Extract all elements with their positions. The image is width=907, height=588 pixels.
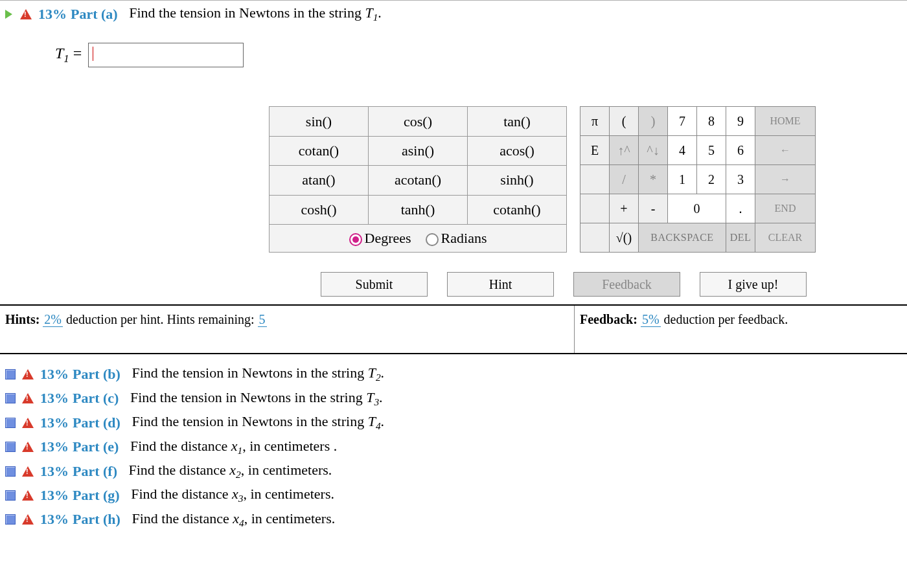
key-blank3	[580, 223, 610, 253]
part-row[interactable]: 13% Part (e) Find the distance x1, in ce…	[5, 435, 902, 459]
part-percent: 13%	[40, 511, 69, 528]
part-percent: 13%	[40, 414, 69, 431]
part-a-header: 13% Part (a) Find the tension in Newtons…	[0, 3, 907, 23]
key-6[interactable]: 6	[726, 136, 755, 165]
part-percent: 13%	[40, 463, 69, 480]
part-row[interactable]: 13% Part (h) Find the distance x4, in ce…	[5, 508, 902, 532]
part-percent: 13%	[40, 390, 69, 407]
key-5[interactable]: 5	[697, 136, 726, 165]
collapse-icon[interactable]	[5, 466, 16, 477]
key-up-left[interactable]: ↑^	[610, 136, 639, 165]
fn-cotanh[interactable]: cotanh()	[468, 195, 567, 224]
hints-info: Hints: 2% deduction per hint. Hints rema…	[0, 306, 575, 353]
answer-variable: T1 =	[55, 45, 82, 65]
key-dot[interactable]: .	[726, 194, 755, 223]
key-home[interactable]: HOME	[755, 107, 816, 136]
part-question: Find the tension in Newtons in the strin…	[130, 389, 383, 408]
fn-cos[interactable]: cos()	[369, 107, 468, 136]
fn-asin[interactable]: asin()	[369, 136, 468, 165]
fn-sin[interactable]: sin()	[270, 107, 369, 136]
part-question: Find the tension in Newtons in the strin…	[132, 413, 384, 432]
part-question: Find the distance x1, in centimeters .	[130, 438, 337, 457]
collapse-icon[interactable]	[5, 369, 16, 379]
key-end[interactable]: END	[755, 194, 816, 223]
warning-icon	[22, 514, 34, 525]
angle-mode-row: Degrees Radians	[270, 224, 567, 252]
other-parts-list: 13% Part (b) Find the tension in Newtons…	[0, 354, 907, 545]
hint-button[interactable]: Hint	[447, 272, 554, 297]
key-3[interactable]: 3	[726, 165, 755, 194]
key-clear[interactable]: CLEAR	[755, 223, 816, 253]
part-row[interactable]: 13% Part (d) Find the tension in Newtons…	[5, 411, 902, 435]
feedback-info: Feedback: 5% deduction per feedback.	[575, 306, 907, 353]
collapse-icon[interactable]	[5, 418, 16, 428]
key-7[interactable]: 7	[668, 107, 697, 136]
part-label: Part (g)	[73, 487, 120, 504]
key-del[interactable]: DEL	[726, 223, 755, 253]
part-row[interactable]: 13% Part (c) Find the tension in Newtons…	[5, 387, 902, 411]
key-pi[interactable]: π	[580, 107, 610, 136]
part-question: Find the tension in Newtons in the strin…	[132, 365, 384, 383]
key-backspace[interactable]: BACKSPACE	[639, 223, 726, 253]
warning-icon	[22, 369, 34, 379]
fn-tan[interactable]: tan()	[468, 107, 567, 136]
collapse-icon[interactable]	[5, 442, 16, 452]
part-percent: 13%	[40, 438, 69, 455]
fn-atan[interactable]: atan()	[270, 166, 369, 195]
key-star[interactable]: *	[639, 165, 668, 194]
key-left[interactable]: ←	[755, 136, 816, 165]
collapse-icon[interactable]	[5, 490, 16, 501]
key-0[interactable]: 0	[668, 194, 726, 223]
key-lparen[interactable]: (	[610, 107, 639, 136]
number-pad: π ( ) 7 8 9 HOME E ↑^ ^↓ 4 5 6 ← / * 1 2…	[580, 106, 816, 253]
expand-icon[interactable]	[5, 10, 12, 19]
part-row[interactable]: 13% Part (b) Find the tension in Newtons…	[5, 362, 902, 386]
answer-line: T1 =	[55, 43, 907, 67]
key-up-right[interactable]: ^↓	[639, 136, 668, 165]
deduction-row: Hints: 2% deduction per hint. Hints rema…	[0, 304, 907, 354]
question-text: Find the tension in Newtons in the strin…	[129, 5, 382, 23]
warning-icon	[20, 9, 32, 19]
submit-button[interactable]: Submit	[321, 272, 428, 297]
warning-icon	[22, 418, 34, 428]
fn-tanh[interactable]: tanh()	[369, 195, 468, 224]
part-question: Find the distance x2, in centimeters.	[129, 462, 332, 481]
key-slash[interactable]: /	[610, 165, 639, 194]
key-plus[interactable]: +	[610, 194, 639, 223]
degrees-radio[interactable]: Degrees	[349, 230, 411, 246]
key-right[interactable]: →	[755, 165, 816, 194]
part-row[interactable]: 13% Part (f) Find the distance x2, in ce…	[5, 459, 902, 483]
part-question: Find the distance x3, in centimeters.	[131, 486, 334, 504]
answer-input[interactable]	[88, 43, 244, 67]
part-label: Part (c)	[73, 390, 119, 407]
feedback-button[interactable]: Feedback	[573, 272, 680, 297]
warning-icon	[22, 466, 34, 477]
fn-acotan[interactable]: acotan()	[369, 166, 468, 195]
key-e[interactable]: E	[580, 136, 610, 165]
key-1[interactable]: 1	[668, 165, 697, 194]
action-row: Submit Hint Feedback I give up!	[269, 272, 858, 297]
key-9[interactable]: 9	[726, 107, 755, 136]
fn-cotan[interactable]: cotan()	[270, 136, 369, 165]
part-label: Part (b)	[73, 366, 121, 383]
giveup-button[interactable]: I give up!	[700, 272, 807, 297]
key-minus[interactable]: -	[639, 194, 668, 223]
fn-sinh[interactable]: sinh()	[468, 166, 567, 195]
warning-icon	[22, 442, 34, 452]
part-label: Part (h)	[73, 511, 121, 528]
key-sqrt[interactable]: √()	[610, 223, 639, 253]
part-percent: 13%	[38, 6, 67, 23]
warning-icon	[22, 490, 34, 501]
fn-cosh[interactable]: cosh()	[270, 195, 369, 224]
collapse-icon[interactable]	[5, 393, 16, 403]
part-row[interactable]: 13% Part (g) Find the distance x3, in ce…	[5, 483, 902, 507]
part-label: Part (f)	[73, 463, 117, 480]
key-2[interactable]: 2	[697, 165, 726, 194]
fn-acos[interactable]: acos()	[468, 136, 567, 165]
radians-radio[interactable]: Radians	[426, 230, 487, 246]
key-8[interactable]: 8	[697, 107, 726, 136]
collapse-icon[interactable]	[5, 514, 16, 525]
function-pad: sin() cos() tan() cotan() asin() acos() …	[269, 106, 567, 253]
key-4[interactable]: 4	[668, 136, 697, 165]
key-rparen[interactable]: )	[639, 107, 668, 136]
